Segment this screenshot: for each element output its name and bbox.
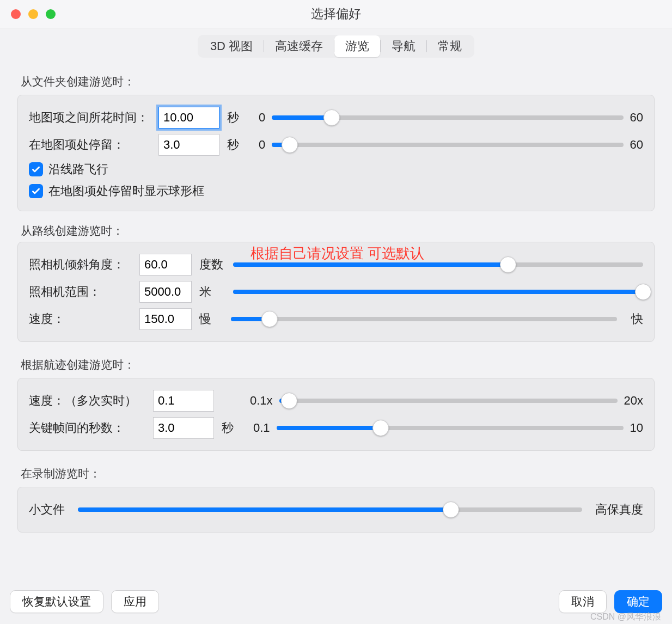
apply-button[interactable]: 应用 xyxy=(111,590,159,613)
keyframe-slider[interactable] xyxy=(277,421,624,435)
fly-along-label: 沿线路飞行 xyxy=(48,161,108,178)
tab-2[interactable]: 游览 xyxy=(334,35,380,57)
section-track-panel: 速度：（多次实时） 0.1x 20x 关键帧间的秒数： 秒 0.1 10 xyxy=(17,378,655,451)
section-track-title: 根据航迹创建游览时： xyxy=(9,348,663,378)
keyframe-label: 关键帧间的秒数： xyxy=(29,420,149,436)
titlebar: 选择偏好 xyxy=(0,0,672,28)
restore-defaults-button[interactable]: 恢复默认设置 xyxy=(10,590,103,613)
time-between-input[interactable] xyxy=(158,107,219,129)
cancel-button[interactable]: 取消 xyxy=(559,590,607,613)
quality-left: 小文件 xyxy=(29,501,65,518)
speed-right: 快 xyxy=(631,311,643,327)
tilt-unit: 度数 xyxy=(199,256,229,273)
tilt-slider[interactable] xyxy=(233,258,643,271)
wait-at-min: 0 xyxy=(259,138,265,152)
track-speed-slider[interactable] xyxy=(279,394,618,407)
section-record-title: 在录制游览时： xyxy=(9,457,663,487)
watermark: CSDN @风华浪浪 xyxy=(590,611,661,623)
time-between-unit: 秒 xyxy=(227,109,254,126)
speed-slider[interactable] xyxy=(231,313,617,326)
show-balloon-label: 在地图项处停留时显示球形框 xyxy=(48,183,204,199)
section-folder-title: 从文件夹创建游览时： xyxy=(9,65,663,95)
track-speed-min: 0.1x xyxy=(250,394,273,408)
speed-input[interactable] xyxy=(139,308,192,330)
footer: 恢复默认设置 应用 取消 确定 xyxy=(0,590,672,613)
speed-label: 速度： xyxy=(29,311,135,327)
section-record-panel: 小文件 高保真度 xyxy=(17,487,655,533)
quality-slider[interactable] xyxy=(78,503,582,516)
tab-1[interactable]: 高速缓存 xyxy=(264,35,334,57)
tab-0[interactable]: 3D 视图 xyxy=(199,35,264,57)
wait-at-max: 60 xyxy=(630,138,643,152)
time-between-label: 地图项之间所花时间： xyxy=(29,109,154,126)
section-route-title: 从路线创建游览时： xyxy=(9,218,663,244)
range-slider[interactable] xyxy=(233,285,643,298)
range-label: 照相机范围： xyxy=(29,284,135,300)
wait-at-unit: 秒 xyxy=(227,137,254,153)
tab-4[interactable]: 常规 xyxy=(427,35,473,57)
speed-left: 慢 xyxy=(199,311,220,327)
track-speed-max: 20x xyxy=(624,394,643,408)
section-folder-panel: 地图项之间所花时间： 秒 0 60 在地图项处停留： 秒 0 60 xyxy=(17,95,655,211)
track-speed-input[interactable] xyxy=(153,390,214,412)
keyframe-unit: 秒 xyxy=(222,420,249,436)
track-speed-label: 速度：（多次实时） xyxy=(29,393,149,409)
wait-at-input[interactable] xyxy=(158,134,219,156)
tilt-input[interactable] xyxy=(139,254,192,276)
fly-along-checkbox[interactable] xyxy=(29,162,43,176)
show-balloon-checkbox[interactable] xyxy=(29,184,43,198)
tab-bar: 3D 视图高速缓存游览导航常规 xyxy=(0,28,672,65)
keyframe-max: 10 xyxy=(630,421,643,435)
wait-at-slider[interactable] xyxy=(272,138,623,151)
keyframe-min: 0.1 xyxy=(253,421,270,435)
range-unit: 米 xyxy=(199,284,229,300)
time-between-min: 0 xyxy=(259,111,265,125)
keyframe-input[interactable] xyxy=(153,417,214,439)
time-between-slider[interactable] xyxy=(272,111,623,124)
tilt-label: 照相机倾斜角度： xyxy=(29,256,135,273)
time-between-max: 60 xyxy=(630,111,643,125)
wait-at-label: 在地图项处停留： xyxy=(29,137,154,153)
window-title: 选择偏好 xyxy=(0,5,672,22)
range-input[interactable] xyxy=(139,281,192,303)
quality-right: 高保真度 xyxy=(595,501,643,518)
tab-3[interactable]: 导航 xyxy=(381,35,426,57)
ok-button[interactable]: 确定 xyxy=(614,590,662,613)
